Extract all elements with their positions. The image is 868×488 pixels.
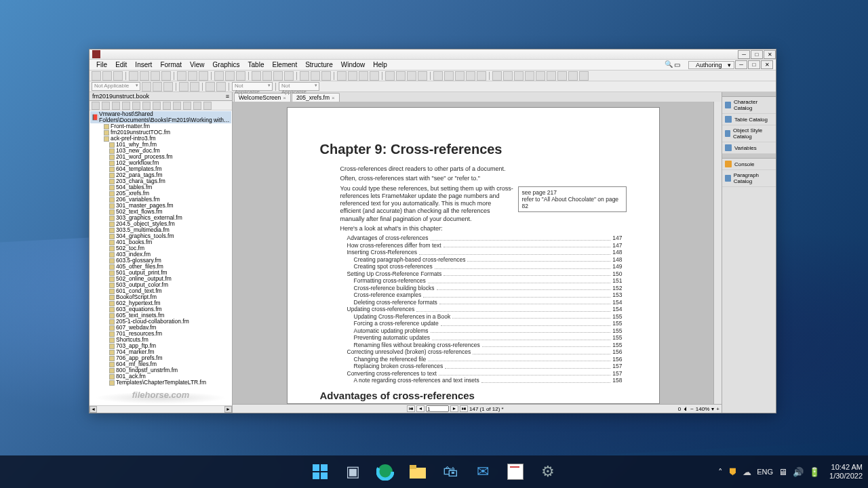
toc-entry[interactable]: Updating cross-references154: [347, 306, 623, 313]
document-viewport[interactable]: Chapter 9: Cross-references Cross-refere…: [233, 102, 713, 404]
pod-table-catalog[interactable]: Table Catalog: [722, 114, 776, 125]
menu-structure[interactable]: Structure: [301, 61, 337, 68]
edge-icon[interactable]: [372, 458, 399, 485]
file-tree-item[interactable]: 401_books.fm: [90, 239, 231, 245]
toc-entry[interactable]: Inserting Cross-References148: [347, 249, 623, 256]
menu-view[interactable]: View: [186, 61, 209, 68]
toc-entry[interactable]: Advantages of cross-references147: [347, 235, 623, 242]
file-explorer-icon[interactable]: [404, 458, 431, 485]
bold-button[interactable]: [142, 82, 151, 92]
menu-table[interactable]: Table: [244, 61, 269, 68]
zoom-plus-button[interactable]: +: [716, 406, 719, 412]
workspace-mode-select[interactable]: Authoring ▾: [688, 61, 734, 69]
toc-entry[interactable]: Setting Up Cross-Reference Formats150: [347, 270, 623, 278]
toolbar-button[interactable]: [273, 71, 283, 81]
vertical-scrollbar[interactable]: [713, 102, 722, 404]
toolbar-button[interactable]: [536, 71, 545, 81]
doc-minimize-button[interactable]: ─: [735, 60, 747, 69]
toolbar-button[interactable]: [113, 71, 123, 81]
toolbar-button[interactable]: [321, 71, 331, 81]
book-toolbar-button[interactable]: [193, 102, 201, 110]
tree-root[interactable]: 📕 Vmware-host\Shared Folders\Documents\B…: [90, 111, 231, 123]
last-page-button[interactable]: ⏭: [460, 405, 468, 412]
toolbar-button[interactable]: [433, 71, 443, 81]
pod-console[interactable]: Console: [722, 159, 776, 170]
zoom-level[interactable]: 140%: [696, 406, 709, 412]
toolbar-button[interactable]: [455, 71, 465, 81]
toolbar-button[interactable]: [359, 71, 368, 81]
file-tree-item[interactable]: 504_tables.fm: [90, 184, 231, 190]
toolbar-button[interactable]: [337, 71, 347, 81]
language-indicator[interactable]: ENG: [757, 468, 773, 476]
toolbar-button[interactable]: [262, 71, 272, 81]
clock[interactable]: 10:42 AM 1/30/2022: [829, 463, 863, 480]
pod-variables[interactable]: Variables: [722, 142, 776, 154]
toolbar-button[interactable]: [557, 71, 567, 81]
menu-element[interactable]: Element: [268, 61, 301, 68]
toolbar-button[interactable]: [199, 71, 208, 81]
toolbar-button[interactable]: [188, 71, 197, 81]
app-icon[interactable]: [502, 458, 529, 485]
book-toolbar-button[interactable]: [102, 102, 110, 110]
maximize-button[interactable]: □: [751, 50, 763, 59]
toolbar-button[interactable]: [385, 71, 395, 81]
panel-hscroll[interactable]: ◄►: [90, 405, 232, 413]
toc-entry[interactable]: Converting cross-references to text157: [347, 370, 623, 378]
toolbar-button[interactable]: [225, 71, 235, 81]
search-icon[interactable]: 🔍: [660, 60, 670, 70]
toc-entry[interactable]: Automatic updating problems155: [354, 327, 623, 335]
book-toolbar-button[interactable]: [132, 102, 140, 110]
toolbar-button[interactable]: [236, 71, 245, 81]
menu-window[interactable]: Window: [337, 61, 370, 68]
file-tree-item[interactable]: 601_cond_text.fm: [90, 288, 231, 294]
close-button[interactable]: ✕: [764, 50, 776, 59]
toolbar-button[interactable]: [477, 71, 486, 81]
page-number-input[interactable]: [426, 405, 449, 412]
pod-character-catalog[interactable]: Character Catalog: [722, 97, 776, 114]
file-tree-item[interactable]: 706_app_prefs.fm: [90, 355, 231, 361]
toc-entry[interactable]: A note regarding cross-references and te…: [354, 377, 623, 384]
toolbar-button[interactable]: [214, 71, 224, 81]
toc-entry[interactable]: Updating Cross-References in a Book155: [354, 313, 623, 321]
close-tab-icon[interactable]: ×: [283, 95, 286, 101]
toolbar-button[interactable]: [407, 71, 416, 81]
toolbar-button[interactable]: [444, 71, 454, 81]
toolbar-button[interactable]: [525, 71, 534, 81]
toc-entry[interactable]: Creating spot cross-references149: [354, 263, 623, 270]
toolbar-button[interactable]: [284, 71, 294, 81]
display-icon[interactable]: 🖥: [778, 467, 787, 477]
book-toolbar-button[interactable]: [203, 102, 212, 110]
next-page-button[interactable]: ►: [450, 405, 458, 412]
task-view-button[interactable]: ▣: [339, 458, 366, 485]
minimize-button[interactable]: ─: [738, 50, 750, 59]
pod-object-style-catalog[interactable]: Object Style Catalog: [722, 125, 776, 142]
toc-entry[interactable]: Formatting cross-references151: [354, 277, 623, 285]
zoom-minus-button[interactable]: −: [690, 406, 694, 412]
toc-entry[interactable]: Correcting unresolved (broken) cross-ref…: [347, 348, 623, 356]
case-button[interactable]: [216, 82, 226, 92]
onedrive-icon[interactable]: ☁: [743, 467, 751, 477]
case-button[interactable]: [205, 82, 215, 92]
toc-entry[interactable]: Forcing a cross-reference update155: [354, 320, 623, 327]
book-toolbar-button[interactable]: [163, 102, 171, 110]
toolbar-button[interactable]: [177, 71, 186, 81]
doc-restore-button[interactable]: □: [748, 60, 760, 69]
toolbar-button[interactable]: [492, 71, 502, 81]
book-toolbar-button[interactable]: [183, 102, 191, 110]
file-tree-item[interactable]: 101_why_fm.fm: [90, 142, 231, 148]
security-icon[interactable]: ⛊: [728, 467, 737, 477]
toc-entry[interactable]: Creating paragraph-based cross-reference…: [354, 256, 623, 264]
toolbar-button[interactable]: [92, 71, 101, 81]
toolbar-button[interactable]: [129, 71, 138, 81]
toolbar-button[interactable]: [396, 71, 406, 81]
file-tree-item[interactable]: 201_word_process.fm: [90, 154, 231, 160]
toolbar-button[interactable]: [300, 71, 309, 81]
file-tree-item[interactable]: 205_xrefs.fm: [90, 190, 231, 197]
file-tree-item[interactable]: 502_toc.fm: [90, 245, 231, 251]
underline-button[interactable]: [163, 82, 173, 92]
toc-entry[interactable]: Cross-reference building blocks152: [354, 285, 623, 292]
text-button[interactable]: [179, 82, 189, 92]
menu-graphics[interactable]: Graphics: [209, 61, 244, 68]
file-tree-item[interactable]: Templates\ChapterTemplateLTR.fm: [90, 380, 231, 386]
toc-entry[interactable]: Cross-reference examples153: [354, 291, 623, 299]
